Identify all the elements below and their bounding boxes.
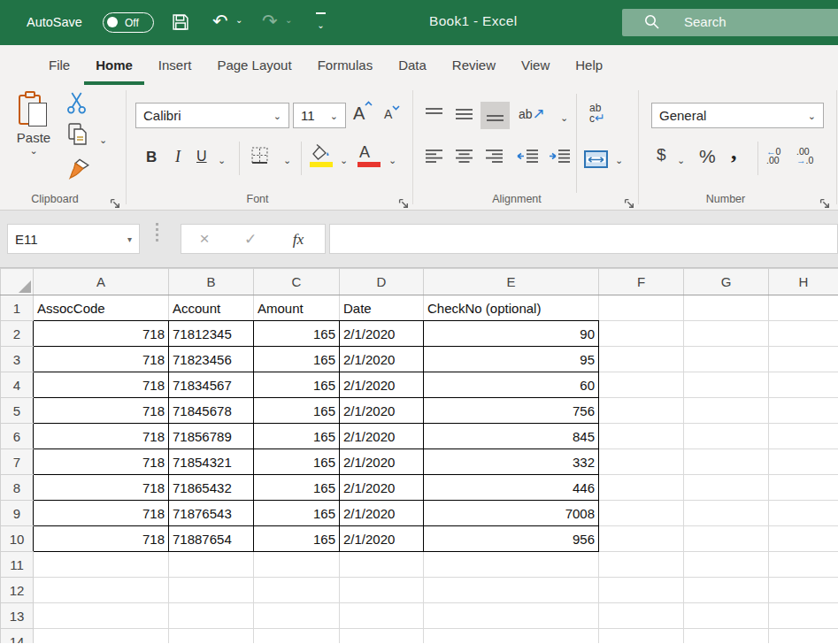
- center-button[interactable]: [455, 149, 473, 166]
- cell-G6[interactable]: [684, 424, 769, 449]
- cell-G12[interactable]: [684, 578, 769, 603]
- tab-data[interactable]: Data: [387, 45, 438, 85]
- cell-E5[interactable]: 756: [424, 398, 599, 424]
- cell-D2[interactable]: 2/1/2020: [340, 321, 424, 347]
- tab-help[interactable]: Help: [564, 45, 614, 85]
- undo-icon[interactable]: ↶: [212, 12, 228, 30]
- undo-dropdown-chevron-icon[interactable]: ⌄: [235, 15, 242, 25]
- paste-dropdown-chevron-icon[interactable]: ⌄: [9, 146, 58, 155]
- cell-E12[interactable]: [424, 578, 599, 603]
- bold-button[interactable]: B: [146, 149, 157, 166]
- cell-A7[interactable]: 718: [34, 449, 169, 475]
- column-header-A[interactable]: A: [34, 269, 169, 295]
- cell-D9[interactable]: 2/1/2020: [340, 501, 424, 526]
- cell-A1[interactable]: AssocCode: [34, 295, 169, 321]
- tab-home[interactable]: Home: [84, 45, 144, 85]
- cell-F14[interactable]: [599, 629, 684, 644]
- number-format-combobox[interactable]: General ⌄: [651, 103, 824, 128]
- cell-C5[interactable]: 165: [254, 398, 340, 424]
- font-size-combobox[interactable]: 11 ⌄: [293, 103, 346, 128]
- cell-G14[interactable]: [684, 629, 769, 644]
- cell-B12[interactable]: [169, 578, 254, 603]
- row-header-12[interactable]: 12: [1, 578, 34, 603]
- cell-B9[interactable]: 71876543: [169, 501, 254, 526]
- cell-C11[interactable]: [254, 552, 340, 578]
- cell-B11[interactable]: [169, 552, 254, 578]
- cell-D8[interactable]: 2/1/2020: [340, 475, 424, 501]
- cell-D6[interactable]: 2/1/2020: [340, 424, 424, 449]
- cell-H9[interactable]: [769, 501, 838, 526]
- column-header-E[interactable]: E: [424, 269, 599, 295]
- cell-C12[interactable]: [254, 578, 340, 603]
- cell-D4[interactable]: 2/1/2020: [340, 372, 424, 398]
- name-box-dropdown-icon[interactable]: ▾: [127, 234, 132, 244]
- increase-font-size-button[interactable]: A: [353, 101, 373, 124]
- row-header-14[interactable]: 14: [1, 629, 34, 644]
- cell-A13[interactable]: [34, 603, 169, 629]
- row-header-7[interactable]: 7: [1, 449, 34, 475]
- cell-E3[interactable]: 95: [424, 347, 599, 372]
- column-header-H[interactable]: H: [769, 269, 838, 295]
- column-header-B[interactable]: B: [169, 269, 254, 295]
- cell-G4[interactable]: [684, 372, 769, 398]
- row-header-11[interactable]: 11: [1, 552, 34, 578]
- column-header-G[interactable]: G: [684, 269, 769, 295]
- copy-dropdown-chevron-icon[interactable]: ⌄: [99, 135, 107, 144]
- wrap-text-icon[interactable]: ab c↵: [589, 104, 605, 124]
- cell-C4[interactable]: 165: [254, 372, 340, 398]
- cell-F2[interactable]: [599, 321, 684, 347]
- cell-H10[interactable]: [769, 526, 838, 552]
- decrease-indent-icon[interactable]: [517, 149, 539, 166]
- tab-file[interactable]: File: [37, 45, 81, 85]
- cell-H6[interactable]: [769, 424, 838, 449]
- copy-icon[interactable]: [67, 122, 90, 151]
- cell-B4[interactable]: 71834567: [169, 372, 254, 398]
- cell-H11[interactable]: [769, 552, 838, 578]
- tab-insert[interactable]: Insert: [147, 45, 204, 85]
- row-header-10[interactable]: 10: [1, 526, 34, 552]
- decrease-font-size-button[interactable]: A: [384, 103, 400, 123]
- cell-D3[interactable]: 2/1/2020: [340, 347, 424, 372]
- customize-quick-access-toolbar-icon[interactable]: ⌄: [315, 16, 327, 32]
- cell-H3[interactable]: [769, 347, 838, 372]
- cell-E11[interactable]: [424, 552, 599, 578]
- borders-icon[interactable]: [251, 147, 268, 166]
- format-painter-icon[interactable]: [67, 156, 92, 183]
- row-header-13[interactable]: 13: [1, 603, 34, 629]
- cell-D7[interactable]: 2/1/2020: [340, 449, 424, 475]
- font-dialog-launcher-icon[interactable]: [398, 197, 410, 209]
- cell-E6[interactable]: 845: [424, 424, 599, 449]
- italic-button[interactable]: I: [175, 148, 181, 166]
- row-header-5[interactable]: 5: [1, 398, 34, 424]
- cell-A6[interactable]: 718: [34, 424, 169, 449]
- cell-A14[interactable]: [34, 629, 169, 644]
- search-box[interactable]: Search: [622, 9, 838, 36]
- alignment-dialog-launcher-icon[interactable]: [624, 197, 635, 209]
- redo-icon[interactable]: ↷: [262, 12, 278, 30]
- accounting-dropdown-chevron-icon[interactable]: ⌄: [677, 156, 685, 165]
- insert-function-icon[interactable]: fx: [273, 230, 323, 249]
- number-dialog-launcher-icon[interactable]: [819, 197, 831, 209]
- row-header-4[interactable]: 4: [1, 372, 34, 398]
- cell-F9[interactable]: [599, 501, 684, 526]
- cell-D13[interactable]: [340, 603, 424, 629]
- cell-A3[interactable]: 718: [34, 347, 169, 372]
- cell-D12[interactable]: [340, 578, 424, 603]
- fill-color-icon[interactable]: [309, 143, 332, 165]
- select-all-button[interactable]: [1, 269, 34, 295]
- row-header-6[interactable]: 6: [1, 424, 34, 449]
- cell-E8[interactable]: 446: [424, 475, 599, 501]
- cell-F7[interactable]: [599, 449, 684, 475]
- cell-G9[interactable]: [684, 501, 769, 526]
- cell-B13[interactable]: [169, 603, 254, 629]
- cell-F10[interactable]: [599, 526, 684, 552]
- cell-H4[interactable]: [769, 372, 838, 398]
- clipboard-dialog-launcher-icon[interactable]: [110, 197, 121, 209]
- cell-G7[interactable]: [684, 449, 769, 475]
- top-align-button[interactable]: [425, 106, 443, 124]
- cell-F12[interactable]: [599, 578, 684, 603]
- cell-C14[interactable]: [254, 629, 340, 644]
- increase-decimal-icon[interactable]: ←0 .00: [766, 147, 780, 165]
- cell-B10[interactable]: 71887654: [169, 526, 254, 552]
- cell-G5[interactable]: [684, 398, 769, 424]
